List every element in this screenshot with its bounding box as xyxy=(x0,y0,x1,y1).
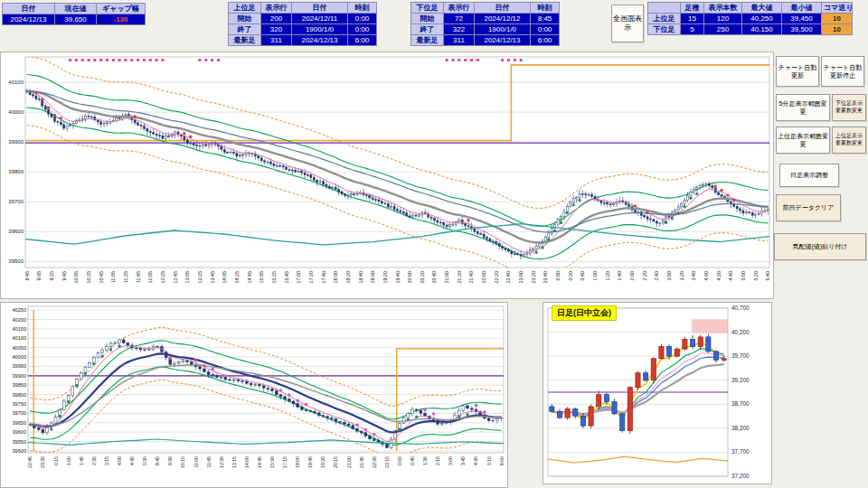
svg-text:1:00: 1:00 xyxy=(66,456,71,465)
svg-text:39900: 39900 xyxy=(12,373,26,379)
gap-value: -130 xyxy=(97,14,146,25)
svg-text:8:45: 8:45 xyxy=(155,456,160,465)
lower-min-value: 39,500 xyxy=(782,24,822,35)
upper-timeframe-chart: 4025040200401504010040050400003995039900… xyxy=(1,303,507,487)
svg-text:8:45: 8:45 xyxy=(24,271,30,281)
svg-text:14:05: 14:05 xyxy=(222,271,227,284)
settings-lower-label: 下位足 xyxy=(648,24,681,35)
svg-text:13:15: 13:15 xyxy=(231,456,237,468)
current-price-table: 日付 現在値 ギャップ幅 2024/12/13 39,650 -130 xyxy=(2,3,146,25)
svg-text:11:45: 11:45 xyxy=(136,271,141,283)
svg-text:1:40: 1:40 xyxy=(617,271,622,281)
upper-count-value: 120 xyxy=(704,14,742,24)
upper-range-button[interactable]: 上位足表示範囲変更 xyxy=(776,127,830,154)
svg-text:13:25: 13:25 xyxy=(197,271,203,284)
paste-quote-button[interactable]: 気配値(値)貼り付け xyxy=(774,233,866,260)
svg-text:39800: 39800 xyxy=(8,169,24,174)
svg-text:40100: 40100 xyxy=(8,80,24,85)
svg-text:40150: 40150 xyxy=(12,326,26,332)
upper-bartype-value: 15 xyxy=(681,14,704,24)
svg-text:18:00: 18:00 xyxy=(333,271,338,284)
svg-text:40100: 40100 xyxy=(12,335,26,341)
svg-text:12:25: 12:25 xyxy=(160,271,165,284)
svg-text:0:45: 0:45 xyxy=(410,456,415,465)
lower-start-time: 8:45 xyxy=(531,14,560,24)
svg-text:10:05: 10:05 xyxy=(73,271,79,284)
svg-text:23:40: 23:40 xyxy=(542,271,548,284)
svg-text:9:25: 9:25 xyxy=(49,271,54,281)
upper-step-value[interactable]: 10 xyxy=(822,14,853,24)
svg-text:38,200: 38,200 xyxy=(731,425,750,431)
lower-step-value[interactable]: 10 xyxy=(822,24,853,35)
svg-text:23:00: 23:00 xyxy=(518,271,524,284)
svg-text:23:15: 23:15 xyxy=(384,456,390,468)
daily-adjust-button[interactable]: 日足表示調整 xyxy=(779,164,839,187)
lower-end-label: 終了 xyxy=(411,24,444,35)
daily-chart-title: 日足(日中立会) xyxy=(552,305,617,321)
lower-timeframe-table: 下位足 表示行 日付 時刻 開始 72 2024/12/12 8:45 終了 3… xyxy=(410,2,560,46)
upper-max-value: 40,250 xyxy=(742,14,782,24)
svg-text:4:00: 4:00 xyxy=(703,271,709,281)
upper-title: 上位足 xyxy=(229,3,261,14)
svg-text:20:20: 20:20 xyxy=(420,271,425,284)
svg-text:2:00: 2:00 xyxy=(629,271,635,281)
svg-text:5:20: 5:20 xyxy=(753,271,759,281)
svg-text:18:20: 18:20 xyxy=(345,271,351,284)
daily-chart: 40,70040,20039,70039,20038,70038,20037,7… xyxy=(543,303,771,483)
svg-text:17:40: 17:40 xyxy=(321,271,326,284)
svg-text:39600: 39600 xyxy=(12,429,26,435)
svg-text:39750: 39750 xyxy=(12,401,26,407)
upper-timeframe-table: 上位足 表示行 日付 時刻 開始 200 2024/12/11 0:00 終了 … xyxy=(228,2,377,46)
svg-text:11:05: 11:05 xyxy=(110,271,116,283)
lower-latest-time: 6:00 xyxy=(531,35,560,46)
svg-text:11:45: 11:45 xyxy=(206,456,212,468)
settings-col-step: コマ送り幅 xyxy=(822,3,853,14)
svg-text:5:00: 5:00 xyxy=(741,271,746,281)
svg-text:40000: 40000 xyxy=(8,109,24,115)
svg-text:5:40: 5:40 xyxy=(765,271,770,281)
svg-text:14:00: 14:00 xyxy=(244,456,250,468)
svg-text:9:45: 9:45 xyxy=(61,271,67,281)
svg-text:40,200: 40,200 xyxy=(731,329,750,335)
lower-end-time: 0:00 xyxy=(531,24,560,35)
upper-end-date: 1900/1/0 xyxy=(292,24,348,35)
svg-text:11:25: 11:25 xyxy=(123,271,128,283)
svg-text:40250: 40250 xyxy=(12,307,26,313)
upper-col-rows: 表示行 xyxy=(261,3,292,14)
clear-prevday-button[interactable]: 前日データクリア xyxy=(776,194,841,221)
svg-text:12:05: 12:05 xyxy=(147,271,153,284)
svg-text:3:15: 3:15 xyxy=(104,456,109,465)
svg-text:10:15: 10:15 xyxy=(180,456,185,468)
fullscreen-button[interactable]: 全画面表示 xyxy=(611,5,644,42)
svg-text:11:00: 11:00 xyxy=(193,456,199,468)
svg-text:22:00: 22:00 xyxy=(481,271,486,284)
upper-latest-label: 最新足 xyxy=(229,35,261,46)
auto-update-button[interactable]: チャート自動更新 xyxy=(776,56,819,87)
auto-update-stop-button[interactable]: チャート自動更新停止 xyxy=(821,56,864,87)
svg-text:39,700: 39,700 xyxy=(731,352,750,359)
svg-text:20:00: 20:00 xyxy=(407,271,412,284)
svg-text:18:45: 18:45 xyxy=(307,456,313,468)
settings-col-min: 最小値 xyxy=(782,3,822,14)
range-5min-button[interactable]: 5分足表示範囲変更 xyxy=(776,94,830,121)
settings-col-count: 表示本数 xyxy=(704,3,742,14)
lower-start-rows: 72 xyxy=(444,14,475,24)
svg-text:18:00: 18:00 xyxy=(295,456,300,468)
svg-text:22:30: 22:30 xyxy=(372,456,377,468)
svg-text:39,200: 39,200 xyxy=(731,377,750,383)
lower-title: 下位足 xyxy=(411,3,444,14)
lower-start-label: 開始 xyxy=(411,14,444,24)
svg-text:13:45: 13:45 xyxy=(210,271,215,284)
lower-col-rows: 表示行 xyxy=(444,3,475,14)
upper-start-date: 2024/12/11 xyxy=(292,14,348,24)
svg-text:15:45: 15:45 xyxy=(284,271,289,284)
lower-elements-button[interactable]: 下位足表示要素数変更 xyxy=(832,94,866,121)
svg-text:5:15: 5:15 xyxy=(486,456,492,465)
upper-start-time: 0:00 xyxy=(348,14,377,24)
upper-min-value: 39,450 xyxy=(782,14,822,24)
svg-text:4:40: 4:40 xyxy=(728,271,733,281)
upper-elements-button[interactable]: 上位足表示要素数変更 xyxy=(832,127,866,154)
svg-text:1:00: 1:00 xyxy=(592,271,598,281)
settings-col-max: 最大値 xyxy=(742,3,782,14)
upper-timeframe-chart-panel: 4025040200401504010040050400003995039900… xyxy=(0,302,508,488)
